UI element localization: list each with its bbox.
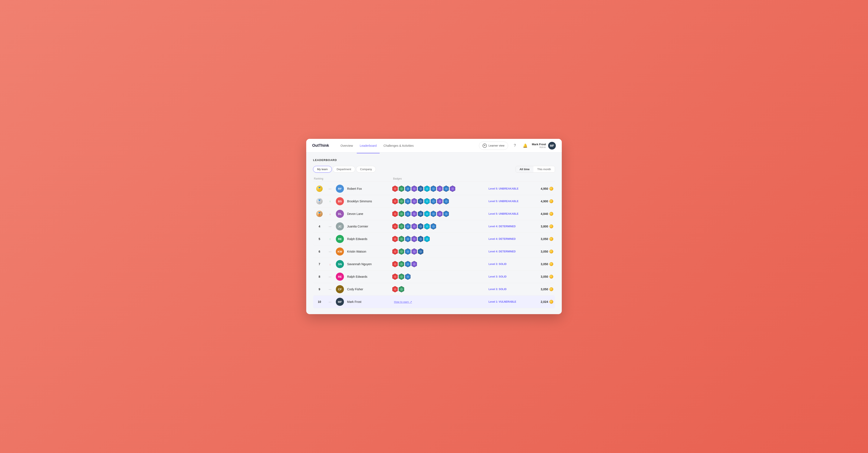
- badge: ⬡: [431, 223, 436, 230]
- score-cell: 3,800: [538, 224, 555, 228]
- trend-neutral: —: [326, 275, 334, 278]
- level-cell: Level 4: DETERMINED: [487, 238, 538, 240]
- rank-number: 7: [313, 262, 326, 266]
- level-cell: Level 3: SOLID: [487, 288, 538, 291]
- rank-number: 9: [313, 288, 326, 291]
- table-row: 6 — KW Kristin Watson ⬡ ⬡ ⬡ ⬡ ⬡ Level 4:…: [313, 245, 555, 258]
- badge: ⬡: [392, 211, 398, 217]
- badge: ⬡: [437, 185, 442, 192]
- trend-down: ↓: [326, 263, 334, 266]
- badge: ⬡: [443, 185, 449, 192]
- user-name-cell: Juanita Cormier: [345, 225, 392, 228]
- filter-department[interactable]: Department: [333, 166, 355, 173]
- badge: ⬡: [392, 185, 398, 192]
- learner-view-button[interactable]: 👁 Learner view: [479, 142, 508, 150]
- level-cell: Level 4: DETERMINED: [487, 225, 538, 228]
- badges-cell: ⬡ ⬡ ⬡ ⬡ ⬡: [392, 248, 487, 255]
- level-cell: Level 4: DETERMINED: [487, 250, 538, 253]
- badge: ⬡: [411, 198, 417, 205]
- user-role: Admin: [532, 146, 546, 148]
- time-all-time[interactable]: All time: [516, 166, 533, 172]
- nav-leaderboard[interactable]: Leaderboard: [357, 143, 379, 149]
- score-cell: 4,840: [538, 212, 555, 216]
- score-cell: 4,900: [538, 199, 555, 203]
- table-row: 8 — RE Ralph Edwards ⬡ ⬡ ⬡ Level 3: SOLI…: [313, 270, 555, 283]
- time-this-month[interactable]: This month: [533, 166, 555, 172]
- badges-cell: ⬡ ⬡ ⬡: [392, 273, 487, 280]
- earn-link-cell: How to earn ↗: [392, 300, 487, 304]
- badge: ⬡: [392, 248, 398, 255]
- nav-challenges[interactable]: Challenges & Activities: [380, 143, 417, 149]
- col-level: [487, 177, 538, 180]
- avatar-cell: RE: [334, 235, 345, 243]
- learner-view-icon: 👁: [483, 144, 487, 148]
- how-to-earn-link[interactable]: How to earn ↗: [394, 300, 412, 303]
- trend-neutral: —: [326, 187, 334, 190]
- filter-row: My team Department Company All time This…: [313, 166, 555, 173]
- badge: ⬡: [443, 198, 449, 205]
- rank-number: 10: [313, 300, 326, 303]
- badge: ⬡: [424, 223, 430, 230]
- badge: ⬡: [399, 211, 404, 217]
- table-row: 4 — JC Juanita Cormier ⬡ ⬡ ⬡ ⬡ ⬡: [313, 220, 555, 233]
- badge: ⬡: [399, 273, 404, 280]
- app-logo: OutThink: [312, 143, 329, 148]
- help-icon[interactable]: ?: [512, 142, 518, 149]
- badge: ⬡: [399, 198, 404, 205]
- badge: ⬡: [405, 236, 410, 242]
- coin-icon: [550, 287, 553, 291]
- badge: ⬡: [411, 185, 417, 192]
- user-avatar: SN: [336, 260, 344, 268]
- nav-overview[interactable]: Overview: [338, 143, 356, 149]
- user-avatar: BS: [336, 197, 344, 205]
- rank-medal-bronze: 🥉: [313, 211, 326, 217]
- badge: ⬡: [431, 198, 436, 205]
- badge: ⬡: [411, 261, 417, 267]
- table-row: 5 ↑ RE Ralph Edwards ⬡ ⬡ ⬡ ⬡ ⬡: [313, 233, 555, 245]
- filter-my-team[interactable]: My team: [313, 166, 332, 173]
- app-window: OutThink Overview Leaderboard Challenges…: [306, 139, 562, 314]
- badge: ⬡: [399, 223, 404, 230]
- user-name-cell: Savannah Nguyen: [345, 262, 392, 266]
- user-avatar: RE: [336, 235, 344, 243]
- page-title: LEADERBOARD: [313, 158, 555, 162]
- table-row: 9 — CF Cody Fisher ⬡ ⬡ Level 3: SOLID 3,…: [313, 283, 555, 296]
- rank-number: 5: [313, 237, 326, 241]
- badge: ⬡: [405, 198, 410, 205]
- badge: ⬡: [392, 198, 398, 205]
- badge: ⬡: [418, 223, 423, 230]
- score-cell: 3,050: [538, 237, 555, 241]
- user-avatar: RF: [336, 185, 344, 193]
- trend-neutral: —: [326, 288, 334, 291]
- badge: ⬡: [443, 211, 449, 217]
- time-filters: All time This month: [516, 166, 555, 173]
- rank-number: 4: [313, 225, 326, 228]
- badges-cell: ⬡ ⬡ ⬡ ⬡ ⬡ ⬡ ⬡ ⬡: [392, 185, 487, 192]
- score-cell: 3,050: [538, 262, 555, 266]
- badge: ⬡: [418, 236, 423, 242]
- level-cell: Level 5: UNBREAKABLE: [487, 212, 538, 215]
- badge: ⬡: [418, 185, 423, 192]
- rank-medal-silver: 🥈: [313, 198, 326, 205]
- badge: ⬡: [392, 223, 398, 230]
- user-name-cell: Ralph Edwards: [345, 275, 392, 278]
- main-content: LEADERBOARD My team Department Company A…: [306, 152, 562, 314]
- rank-number: 6: [313, 250, 326, 253]
- level-cell: Level 5: UNBREAKABLE: [487, 200, 538, 203]
- coin-icon: [550, 300, 553, 304]
- badges-cell: ⬡ ⬡ ⬡ ⬡ ⬡ ⬡ ⬡: [392, 223, 487, 230]
- avatar-cell: RE: [334, 273, 345, 281]
- filter-company[interactable]: Company: [356, 166, 376, 173]
- level-cell: Level 1: VULNERABLE: [487, 300, 538, 303]
- avatar-cell: SN: [334, 260, 345, 268]
- col-trend: [326, 177, 334, 180]
- table-row: 7 ↓ SN Savannah Nguyen ⬡ ⬡ ⬡ ⬡ Level 3: …: [313, 258, 555, 270]
- badge: ⬡: [418, 211, 423, 217]
- user-avatar[interactable]: MF: [548, 142, 556, 150]
- badge: ⬡: [431, 211, 436, 217]
- badges-cell: ⬡ ⬡ ⬡ ⬡: [392, 261, 487, 267]
- notifications-icon[interactable]: 🔔: [522, 142, 529, 149]
- badge: ⬡: [411, 223, 417, 230]
- user-info: Mark Frost Admin MF: [532, 142, 556, 150]
- badge: ⬡: [431, 185, 436, 192]
